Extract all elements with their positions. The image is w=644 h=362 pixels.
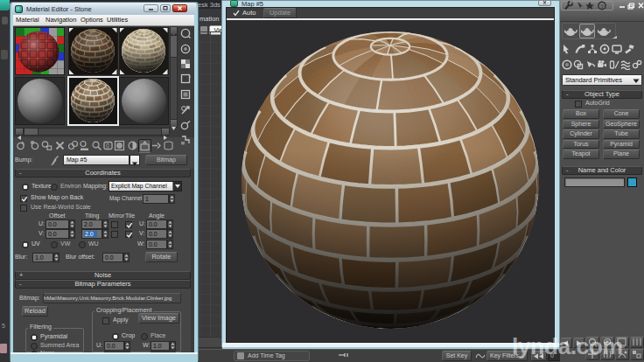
svg-text:?: ? — [600, 3, 604, 10]
svg-text:0: 0 — [106, 143, 109, 149]
